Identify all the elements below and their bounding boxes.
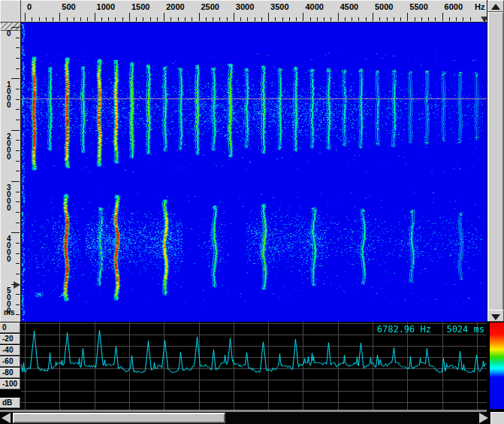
scroll-down-button[interactable] <box>487 310 504 322</box>
scroll-left-button[interactable] <box>2 413 12 423</box>
freq-minor-tick <box>310 17 311 21</box>
frequency-readout: 6782.96 Hz <box>377 324 431 335</box>
down-arrow-icon <box>491 314 500 320</box>
freq-minor-tick <box>136 17 137 21</box>
freq-minor-tick <box>192 17 192 21</box>
freq-minor-tick <box>400 17 401 21</box>
left-arrow-icon <box>2 413 11 423</box>
freq-minor-tick <box>213 17 213 21</box>
freq-minor-tick <box>289 17 290 21</box>
freq-minor-tick <box>421 17 422 21</box>
db-label: -20 <box>0 334 20 344</box>
time-ruler: ms 01 0 0 02 0 0 03 0 0 04 0 0 05 0 0 0 <box>0 23 21 322</box>
freq-minor-tick <box>387 17 388 21</box>
time-minor-tick <box>16 243 20 244</box>
freq-major-tick <box>407 13 408 21</box>
freq-minor-tick <box>261 17 262 21</box>
freq-minor-tick <box>484 17 484 21</box>
freq-major-tick <box>268 13 269 21</box>
freq-minor-tick <box>394 17 394 21</box>
time-minor-tick <box>16 314 20 315</box>
freq-minor-tick <box>122 17 123 21</box>
freq-minor-tick <box>324 17 324 21</box>
time-readout: 5024 ms <box>446 324 484 335</box>
freq-minor-tick <box>206 17 207 21</box>
scroll-right-button[interactable] <box>479 413 490 423</box>
freq-minor-tick <box>115 17 116 21</box>
vertical-scrollbar[interactable] <box>487 0 504 322</box>
freq-major-tick <box>442 13 443 21</box>
color-legend <box>487 322 504 410</box>
time-minor-tick <box>16 120 20 120</box>
time-minor-tick <box>16 294 20 295</box>
freq-major-tick <box>25 13 26 21</box>
freq-minor-tick <box>108 17 109 21</box>
freq-minor-tick <box>157 17 158 21</box>
freq-minor-tick <box>53 17 53 21</box>
freq-tick-label: 1500 <box>131 2 149 11</box>
spectrum-panel: 0-20-40-60-80-100dB 6782.96 Hz 5024 ms <box>0 322 487 412</box>
freq-tick-label: 1000 <box>97 2 115 11</box>
freq-minor-tick <box>275 17 276 21</box>
time-tick-label: 4 0 0 0 <box>7 235 11 262</box>
freq-minor-tick <box>470 17 471 21</box>
time-minor-tick <box>16 47 20 48</box>
vertical-scroll-thumb[interactable] <box>487 12 504 310</box>
freq-minor-tick <box>247 17 248 21</box>
freq-minor-tick <box>282 17 283 21</box>
horizontal-scrollbar[interactable] <box>0 412 504 424</box>
time-major-tick <box>11 232 20 233</box>
ruler-corner-button[interactable] <box>0 0 21 23</box>
freq-minor-tick <box>456 17 457 21</box>
freq-tick-label: 5500 <box>409 2 427 11</box>
freq-major-tick <box>95 13 95 21</box>
right-arrow-icon <box>479 413 488 423</box>
scrollbar-corner-box <box>490 412 504 424</box>
time-major-tick <box>11 181 20 182</box>
freq-minor-tick <box>227 17 228 21</box>
freq-minor-tick <box>171 17 171 21</box>
time-minor-tick <box>16 223 20 223</box>
freq-minor-tick <box>87 17 88 21</box>
freq-minor-tick <box>74 17 74 21</box>
horizontal-scroll-thumb[interactable] <box>13 413 225 423</box>
freq-minor-tick <box>32 17 32 21</box>
freq-minor-tick <box>143 17 143 21</box>
freq-minor-tick <box>67 17 68 21</box>
freq-minor-tick <box>46 17 47 21</box>
freq-major-tick <box>373 13 373 21</box>
time-major-tick <box>11 78 20 79</box>
freq-minor-tick <box>296 17 297 21</box>
time-minor-tick <box>16 253 20 254</box>
freq-minor-tick <box>415 17 415 21</box>
time-minor-tick <box>16 150 20 151</box>
freq-minor-tick <box>428 17 429 21</box>
freq-minor-tick <box>358 17 359 21</box>
freq-minor-tick <box>39 17 40 21</box>
freq-minor-tick <box>345 17 346 21</box>
time-minor-tick <box>16 99 20 100</box>
freq-tick-label: 4500 <box>340 2 358 11</box>
freq-minor-tick <box>352 17 352 21</box>
time-tick-label: 3 0 0 0 <box>7 184 11 211</box>
freq-tick-label: 3000 <box>236 2 254 11</box>
spectrogram-area <box>21 23 487 322</box>
spectrum-canvas[interactable] <box>21 322 487 410</box>
freq-minor-tick <box>240 17 241 21</box>
freq-major-tick <box>303 13 303 21</box>
freq-minor-tick <box>219 17 220 21</box>
freq-minor-tick <box>255 17 255 21</box>
spectrogram-canvas[interactable] <box>21 23 487 322</box>
freq-minor-tick <box>101 17 102 21</box>
app-window: Hz 0500100015002000250030003500400045005… <box>0 0 504 424</box>
scroll-up-button[interactable] <box>487 0 504 12</box>
time-minor-tick <box>16 263 20 264</box>
freq-tick-label: 500 <box>62 2 75 11</box>
time-minor-tick <box>16 109 20 110</box>
freq-minor-tick <box>330 17 331 21</box>
time-minor-tick <box>16 171 20 171</box>
db-label: -80 <box>0 368 20 378</box>
time-minor-tick <box>16 89 20 89</box>
color-scale-gradient <box>490 323 504 409</box>
freq-tick-label: 4000 <box>305 2 323 11</box>
